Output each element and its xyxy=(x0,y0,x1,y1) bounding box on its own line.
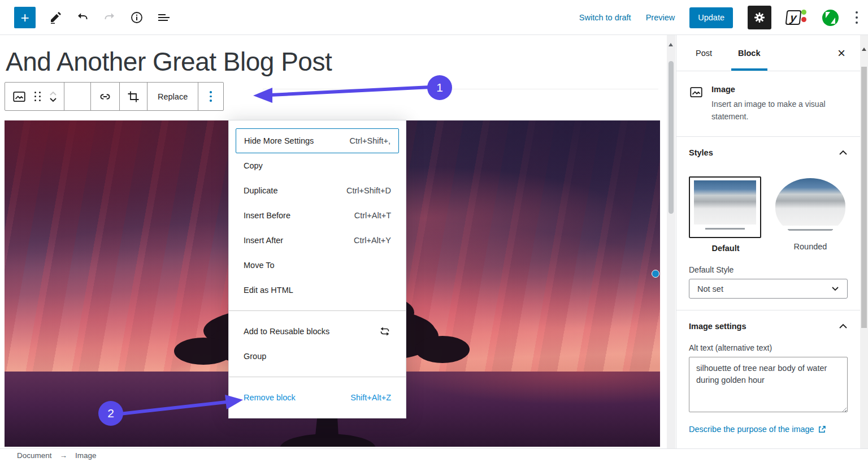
scrollbar-up-arrow[interactable] xyxy=(862,48,866,51)
block-card-title: Image xyxy=(711,85,841,94)
menu-group-3: Remove block Shift+Alt+Z xyxy=(229,377,406,418)
crop-icon[interactable] xyxy=(127,90,140,103)
switch-to-draft-link[interactable]: Switch to draft xyxy=(579,13,631,22)
reusable-block-icon xyxy=(379,325,391,338)
menu-item-shortcut: Shift+Alt+Z xyxy=(350,393,391,402)
breadcrumb-arrow: → xyxy=(60,451,68,460)
move-up-icon xyxy=(49,91,57,96)
menu-item-hide-more-settings[interactable]: Hide More Settings Ctrl+Shift+, xyxy=(236,128,399,153)
image-settings-header[interactable]: Image settings xyxy=(689,322,848,331)
editor-scrollbar xyxy=(667,35,675,448)
default-style-label: Default Style xyxy=(689,265,848,274)
block-options-icon[interactable] xyxy=(205,90,216,103)
menu-item-insert-after[interactable]: Insert After Ctrl+Alt+Y xyxy=(229,228,406,253)
style-default-preview xyxy=(689,176,761,238)
page-scrollbar xyxy=(860,35,868,448)
replace-button[interactable]: Replace xyxy=(154,92,191,101)
update-button[interactable]: Update xyxy=(689,7,733,28)
default-style-value: Not set xyxy=(697,284,723,293)
annotation-step-1-badge: 1 xyxy=(427,75,452,100)
menu-item-edit-as-html[interactable]: Edit as HTML xyxy=(229,278,406,303)
annotation-arrow-1 xyxy=(249,72,435,106)
image-settings-heading: Image settings xyxy=(689,322,747,331)
block-card-description: Insert an image to make a visual stateme… xyxy=(711,98,841,123)
menu-item-shortcut: Ctrl+Shift+D xyxy=(346,186,391,195)
undo-icon[interactable] xyxy=(75,10,90,25)
link-icon[interactable] xyxy=(98,89,112,104)
block-options-menu: Hide More Settings Ctrl+Shift+, Copy Dup… xyxy=(228,120,406,418)
editor-top-toolbar: + Switch to draft Preview Update xyxy=(0,0,868,35)
settings-gear-icon[interactable] xyxy=(748,6,771,29)
alt-text-help-link[interactable]: Describe the purpose of the image xyxy=(689,425,848,434)
menu-item-label: Move To xyxy=(244,261,275,270)
menu-item-remove-block[interactable]: Remove block Shift+Alt+Z xyxy=(229,385,406,410)
scrollbar-up-arrow[interactable] xyxy=(669,43,673,46)
breadcrumb-document[interactable]: Document xyxy=(17,451,52,460)
chevron-down-icon xyxy=(831,286,839,291)
preview-link[interactable]: Preview xyxy=(646,13,675,22)
breadcrumb-bar: Document → Image xyxy=(0,448,868,462)
drag-handle-icon[interactable] xyxy=(34,92,41,101)
scrollbar-thumb[interactable] xyxy=(669,61,674,214)
breadcrumb-image[interactable]: Image xyxy=(75,451,97,460)
redo-icon xyxy=(102,10,117,25)
menu-item-label: Copy xyxy=(244,161,263,170)
style-option-rounded[interactable]: Rounded xyxy=(774,176,847,253)
external-link-icon xyxy=(818,425,826,434)
menu-item-insert-before[interactable]: Insert Before Ctrl+Alt+T xyxy=(229,203,406,228)
add-block-button[interactable]: + xyxy=(14,7,36,28)
menu-item-label: Insert Before xyxy=(244,211,290,220)
chevron-up-icon xyxy=(839,323,848,329)
alignment-icon[interactable] xyxy=(71,91,84,102)
close-icon[interactable]: × xyxy=(837,45,845,61)
menu-group-1: Hide More Settings Ctrl+Shift+, Copy Dup… xyxy=(229,120,406,310)
annotation-arrow-2 xyxy=(113,389,249,424)
alt-text-input[interactable]: silhouette of tree near body of water du… xyxy=(689,357,848,412)
list-view-icon[interactable] xyxy=(157,10,171,25)
menu-item-label: Insert After xyxy=(244,236,283,245)
menu-item-shortcut: Ctrl+Alt+T xyxy=(354,211,391,220)
default-style-select[interactable]: Not set xyxy=(689,279,848,299)
style-option-default[interactable]: Default xyxy=(689,176,762,253)
sidebar-tabs: Post Block × xyxy=(676,35,860,71)
edit-mode-pencil-icon[interactable] xyxy=(48,10,63,25)
settings-sidebar: Post Block × Image Insert an image to ma… xyxy=(676,35,860,448)
image-block-icon xyxy=(689,85,704,123)
menu-item-group[interactable]: Group xyxy=(229,344,406,369)
scrollbar-thumb[interactable] xyxy=(861,67,867,328)
image-block-toolbar: Replace xyxy=(5,82,224,111)
alt-text-label: Alt text (alternative text) xyxy=(689,343,848,352)
tab-post[interactable]: Post xyxy=(689,35,719,71)
styles-heading: Styles xyxy=(689,148,713,157)
menu-item-shortcut: Ctrl+Alt+Y xyxy=(354,236,391,245)
image-resize-handle[interactable] xyxy=(652,270,659,278)
more-tools-icon[interactable] xyxy=(853,9,860,26)
menu-item-duplicate[interactable]: Duplicate Ctrl+Shift+D xyxy=(229,178,406,203)
yoast-green-dot xyxy=(801,10,806,15)
menu-group-2: Add to Reusable blocks Group xyxy=(229,310,406,377)
menu-item-add-to-reusable-blocks[interactable]: Add to Reusable blocks xyxy=(229,319,406,344)
annotation-step-2-badge: 2 xyxy=(98,401,123,426)
styles-section: Styles Default Rounded Default Style Not… xyxy=(676,137,860,310)
move-block-arrows[interactable] xyxy=(49,91,57,102)
menu-item-copy[interactable]: Copy xyxy=(229,153,406,178)
menu-item-label: Add to Reusable blocks xyxy=(244,327,329,336)
yoast-letter: y xyxy=(785,10,802,25)
image-block-type-icon[interactable] xyxy=(12,89,27,104)
menu-item-label: Group xyxy=(244,352,266,361)
info-icon[interactable] xyxy=(129,10,144,25)
styles-section-header[interactable]: Styles xyxy=(689,148,848,157)
style-rounded-preview xyxy=(775,178,845,236)
yoast-seo-icon[interactable]: y xyxy=(786,8,808,27)
move-down-icon xyxy=(49,97,57,102)
style-rounded-label: Rounded xyxy=(774,242,847,251)
menu-item-label: Duplicate xyxy=(244,186,277,195)
tab-block[interactable]: Block xyxy=(731,35,767,71)
block-card: Image Insert an image to make a visual s… xyxy=(676,71,860,137)
menu-item-shortcut: Ctrl+Shift+, xyxy=(349,136,390,145)
jetpack-icon[interactable] xyxy=(822,10,839,26)
menu-item-move-to[interactable]: Move To xyxy=(229,253,406,278)
menu-item-label: Remove block xyxy=(244,393,296,402)
menu-item-label: Hide More Settings xyxy=(244,136,314,145)
style-default-label: Default xyxy=(689,244,762,253)
